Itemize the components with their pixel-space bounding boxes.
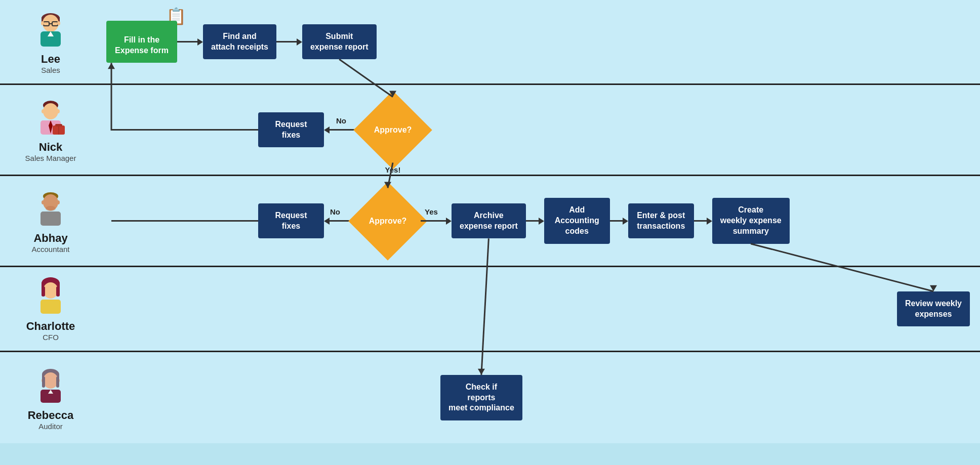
abhay-diamond-wrap: Approve?	[355, 188, 421, 254]
avatar-abhay	[30, 188, 71, 229]
svg-point-24	[57, 200, 60, 204]
nick-request-fixes-box: Request fixes	[258, 112, 324, 148]
actor-nick: Nick Sales Manager	[0, 88, 101, 172]
svg-rect-28	[40, 300, 61, 314]
abhay-approve-diamond	[348, 182, 427, 261]
nick-approve-diamond	[353, 91, 432, 170]
create-summary-box: Create weekly expense summary	[712, 198, 790, 243]
lane-charlotte-content: Review weekly expenses	[101, 269, 980, 350]
svg-rect-32	[56, 286, 60, 297]
archive-report-box: Archive expense report	[452, 203, 526, 239]
lane-lee-content: 📋 Fill in the Expense form Find and atta…	[101, 2, 980, 82]
actor-abhay-role: Accountant	[31, 245, 69, 253]
arrow-fill-to-attach	[177, 38, 203, 46]
fill-form-box: Fill in the Expense form	[106, 21, 177, 63]
nick-diamond-wrap: Approve? Yes!	[360, 97, 426, 163]
svg-point-21	[46, 206, 56, 211]
svg-point-35	[43, 372, 58, 389]
actor-abhay-name: Abhay	[33, 232, 67, 245]
actor-charlotte-role: CFO	[43, 333, 59, 342]
check-compliance-box: Check if reports meet compliance	[440, 375, 522, 420]
actor-charlotte: Charlotte CFO	[0, 267, 101, 351]
lane-nick: Nick Sales Manager Request fixes No	[0, 85, 980, 176]
actor-rebecca-role: Auditor	[38, 422, 63, 431]
lane-rebecca-content: Check if reports meet compliance	[101, 357, 980, 438]
actor-nick-role: Sales Manager	[25, 154, 76, 162]
review-weekly-box: Review weekly expenses	[897, 291, 970, 327]
actor-rebecca: Rebecca Auditor	[0, 356, 101, 440]
actor-abhay: Abhay Accountant	[0, 179, 101, 263]
lane-nick-content: Request fixes No Approve? Yes!	[101, 87, 980, 173]
svg-rect-22	[40, 212, 61, 226]
no-label-nick: No	[336, 116, 346, 125]
lane-rebecca: Rebecca Auditor Check if reports meet co…	[0, 352, 980, 443]
lane-charlotte: Charlotte CFO Review weekly expenses	[0, 267, 980, 352]
lane-abhay: Abhay Accountant Request fixes No Approv…	[0, 176, 980, 267]
avatar-rebecca	[30, 365, 71, 406]
submit-report-box: Submit expense report	[302, 24, 377, 60]
actor-nick-name: Nick	[39, 141, 62, 154]
no-label-abhay: No	[330, 207, 340, 216]
avatar-charlotte	[30, 276, 71, 317]
svg-rect-41	[56, 376, 59, 388]
attach-receipts-box: Find and attach receipts	[203, 24, 276, 60]
svg-point-18	[57, 109, 60, 113]
enter-post-box: Enter & post transactions	[628, 203, 694, 239]
svg-rect-31	[42, 286, 45, 297]
svg-point-17	[42, 109, 45, 113]
svg-point-8	[41, 21, 44, 25]
actor-lee: Lee Sales	[0, 0, 101, 83]
actor-charlotte-name: Charlotte	[26, 320, 75, 333]
svg-point-23	[42, 200, 45, 204]
lee-flow: 📋 Fill in the Expense form Find and atta…	[106, 21, 975, 63]
svg-point-27	[43, 282, 58, 299]
actor-rebecca-name: Rebecca	[28, 409, 74, 422]
avatar-nick	[30, 97, 71, 138]
lane-abhay-content: Request fixes No Approve? Yes Archive ex…	[101, 178, 980, 264]
abhay-request-fixes-box: Request fixes	[258, 203, 324, 239]
actor-lee-role: Sales	[41, 66, 60, 74]
actor-lee-name: Lee	[41, 53, 60, 66]
arrow-attach-to-submit	[276, 38, 302, 46]
svg-point-9	[57, 21, 60, 25]
yes-label-nick: Yes!	[385, 165, 401, 174]
yes-label-abhay: Yes	[425, 207, 438, 216]
add-accounting-box: Add Accounting codes	[544, 198, 610, 243]
svg-rect-40	[42, 376, 45, 388]
lane-lee: Lee Sales 📋 Fill in the Expense form Fin…	[0, 0, 980, 85]
svg-point-11	[43, 103, 58, 119]
avatar-lee	[30, 9, 71, 50]
